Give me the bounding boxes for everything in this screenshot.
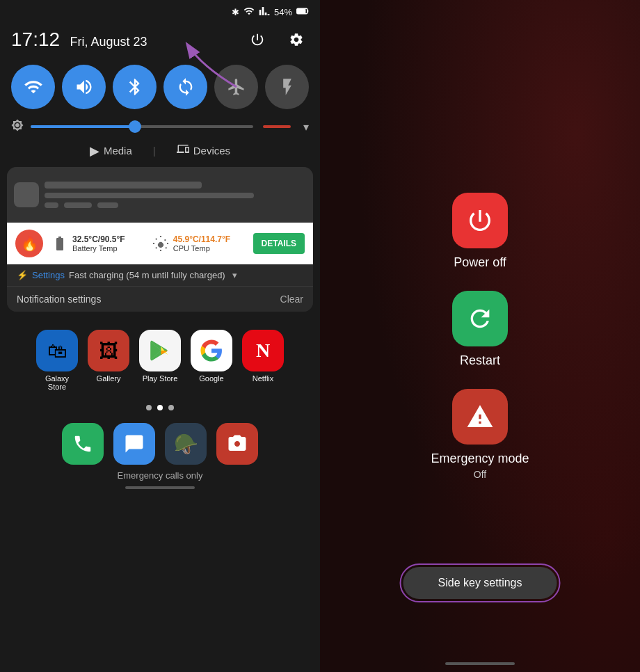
battery-temp-item: 32.5°C/90.5°F Battery Temp [51, 234, 144, 253]
power-off-button[interactable] [452, 193, 508, 248]
power-off-option[interactable]: Power off [452, 193, 508, 270]
sound-toggle[interactable] [62, 65, 106, 109]
brightness-fill [31, 125, 131, 128]
page-dots [146, 405, 174, 410]
emergency-mode-sublabel: Off [474, 469, 486, 480]
power-button[interactable] [245, 27, 270, 52]
dot-1 [146, 405, 152, 410]
messages-app[interactable] [113, 423, 155, 465]
clear-button[interactable]: Clear [280, 294, 303, 305]
play-store-icon[interactable] [139, 330, 181, 371]
wifi-toggle[interactable] [11, 65, 55, 109]
dot-3 [168, 405, 174, 410]
blur-line-1 [45, 182, 202, 189]
wifi-status [243, 6, 255, 19]
settings-button[interactable] [284, 27, 309, 52]
power-off-label: Power off [454, 255, 506, 270]
dot-2 [157, 405, 163, 410]
side-key-settings-button[interactable]: Side key settings [403, 567, 557, 599]
battery-temp-text: 32.5°C/90.5°F Battery Temp [72, 234, 125, 253]
gallery-label: Gallery [97, 374, 121, 383]
qs-header: 17:12 Fri, August 23 [0, 24, 320, 59]
lightning-icon: ⚡ [17, 270, 28, 280]
messages-icon[interactable] [113, 423, 155, 465]
helmet-icon[interactable]: 🪖 [165, 423, 207, 465]
brightness-low-icon [11, 119, 24, 134]
notification-settings-label[interactable]: Notification settings [17, 294, 101, 305]
devices-button[interactable]: Devices [177, 143, 230, 159]
blur-content [45, 182, 306, 208]
helmet-app[interactable]: 🪖 [165, 423, 207, 465]
camera-app[interactable] [216, 423, 258, 465]
google-app[interactable]: Google [191, 330, 232, 391]
galaxy-store-icon[interactable]: 🛍 [36, 330, 78, 371]
divider: | [153, 145, 156, 157]
media-label: Media [104, 145, 132, 157]
brightness-track[interactable] [31, 125, 253, 128]
google-label: Google [199, 374, 223, 383]
temp-notification-row: 🔥 32.5°C/90.5°F Battery Temp 45.9°C/114.… [7, 223, 313, 264]
cpu-temp-text: 45.9°C/114.7°F CPU Temp [173, 234, 230, 253]
notification-settings-row: Notification settings Clear [7, 286, 313, 312]
emergency-mode-label: Emergency mode [431, 451, 529, 466]
gallery-app[interactable]: 🖼 Gallery [88, 330, 129, 391]
media-button[interactable]: ▶ Media [90, 143, 132, 159]
time-date-row: 17:12 Fri, August 23 [11, 29, 147, 51]
brightness-thumb [129, 120, 141, 133]
sync-toggle[interactable] [163, 65, 207, 109]
restart-button[interactable] [452, 291, 508, 346]
play-store-app[interactable]: Play Store [139, 330, 181, 391]
side-key-wrap: Side key settings [400, 563, 561, 602]
media-devices-row: ▶ Media | Devices [0, 138, 320, 163]
svg-rect-1 [298, 9, 305, 13]
home-indicator-bar [7, 481, 313, 497]
right-home-indicator [445, 662, 515, 665]
netflix-icon[interactable]: N [242, 330, 284, 371]
blur-dot-2 [64, 202, 92, 208]
right-bottom-bar [320, 662, 640, 665]
netflix-app[interactable]: N Netflix [242, 330, 284, 391]
bluetooth-status: ✱ [232, 7, 239, 17]
charging-settings-link[interactable]: Settings [32, 270, 65, 280]
galaxy-store-app[interactable]: 🛍 GalaxyStore [36, 330, 78, 391]
charging-text: Fast charging (54 m until fully charged) [69, 270, 225, 280]
charging-expand-icon[interactable]: ▾ [232, 270, 237, 280]
left-panel: ✱ 54% 17:12 Fri, August 23 [0, 0, 320, 672]
emergency-mode-button[interactable] [452, 389, 508, 445]
brightness-end [263, 125, 291, 128]
blur-line-2 [45, 193, 254, 198]
current-time: 17:12 [11, 29, 60, 50]
notification-card: 🔥 32.5°C/90.5°F Battery Temp 45.9°C/114.… [7, 167, 313, 312]
status-bar: ✱ 54% [0, 0, 320, 24]
blur-dot-3 [97, 202, 118, 208]
restart-option[interactable]: Restart [452, 291, 508, 368]
toggle-row [0, 59, 320, 115]
phone-icon[interactable] [62, 423, 104, 465]
galaxy-store-label: GalaxyStore [45, 374, 69, 391]
netflix-label: Netflix [253, 374, 274, 383]
gallery-icon[interactable]: 🖼 [88, 330, 129, 371]
media-icon: ▶ [90, 143, 99, 159]
airplane-toggle[interactable] [214, 65, 258, 109]
devices-label: Devices [193, 145, 230, 157]
battery-percent: 54% [274, 7, 292, 17]
app-row-main: 🛍 GalaxyStore 🖼 Gallery Play Store Googl… [36, 330, 284, 391]
bluetooth-toggle[interactable] [113, 65, 157, 109]
details-button[interactable]: DETAILS [253, 233, 305, 254]
qs-action-icons [245, 27, 309, 52]
phone-app[interactable] [62, 423, 104, 465]
emergency-calls-text: Emergency calls only [118, 470, 203, 481]
battery-icon [296, 6, 309, 18]
flashlight-toggle[interactable] [265, 65, 309, 109]
blur-block-1 [14, 182, 39, 207]
play-store-label: Play Store [143, 374, 178, 383]
emergency-mode-option[interactable]: Emergency mode Off [431, 389, 529, 480]
blur-dot-1 [45, 202, 58, 208]
camera-icon[interactable] [216, 423, 258, 465]
devices-icon [177, 143, 189, 159]
current-date: Fri, August 23 [70, 35, 147, 49]
google-icon[interactable] [191, 330, 232, 371]
brightness-row: ▾ [0, 115, 320, 138]
brightness-expand-icon[interactable]: ▾ [303, 120, 309, 134]
home-area: 🛍 GalaxyStore 🖼 Gallery Play Store Googl… [0, 316, 320, 504]
